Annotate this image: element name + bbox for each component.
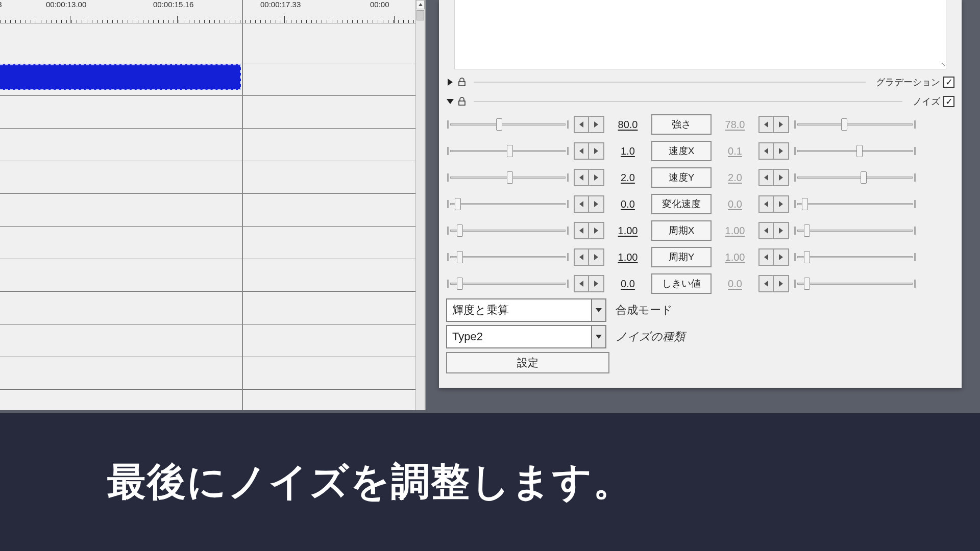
param-value-right[interactable]: 1.00 bbox=[715, 225, 755, 237]
section-enable-checkbox[interactable]: ✓ bbox=[943, 96, 954, 107]
param-value-right[interactable]: 0.0 bbox=[715, 278, 755, 290]
param-slider-right[interactable] bbox=[794, 117, 916, 132]
param-name-button[interactable]: しきい値 bbox=[651, 273, 712, 294]
param-value-left[interactable]: 1.00 bbox=[607, 252, 648, 263]
param-name-button[interactable]: 速度Y bbox=[651, 167, 712, 188]
increment-button[interactable] bbox=[589, 222, 604, 239]
decrement-button[interactable] bbox=[574, 248, 589, 266]
increment-button[interactable] bbox=[774, 222, 789, 239]
increment-button[interactable] bbox=[774, 275, 789, 292]
blend-mode-combobox[interactable]: 輝度と乗算 bbox=[446, 298, 606, 322]
increment-button[interactable] bbox=[774, 116, 789, 133]
param-value-left[interactable]: 80.0 bbox=[607, 119, 648, 131]
param-name-button[interactable]: 速度X bbox=[651, 141, 712, 161]
decrement-button[interactable] bbox=[574, 195, 589, 213]
timeline-vscrollbar[interactable] bbox=[415, 0, 425, 410]
timeline-track[interactable] bbox=[0, 23, 415, 63]
slider-thumb[interactable] bbox=[804, 278, 810, 290]
increment-button[interactable] bbox=[774, 248, 789, 266]
slider-thumb[interactable] bbox=[804, 251, 810, 263]
param-slider-right[interactable] bbox=[794, 196, 916, 212]
slider-thumb[interactable] bbox=[457, 278, 463, 290]
param-name-button[interactable]: 強さ bbox=[651, 114, 712, 135]
param-slider-left[interactable] bbox=[447, 170, 569, 185]
slider-thumb[interactable] bbox=[507, 171, 513, 184]
decrement-button[interactable] bbox=[758, 169, 774, 186]
param-value-right[interactable]: 0.1 bbox=[715, 145, 755, 157]
param-name-button[interactable]: 変化速度 bbox=[651, 194, 712, 214]
increment-button[interactable] bbox=[589, 275, 604, 292]
decrement-button[interactable] bbox=[758, 142, 774, 160]
decrement-button[interactable] bbox=[574, 222, 589, 239]
decrement-button[interactable] bbox=[574, 116, 589, 133]
timeline-track[interactable] bbox=[0, 324, 415, 357]
param-value-left[interactable]: 1.0 bbox=[607, 145, 648, 157]
increment-button[interactable] bbox=[774, 169, 789, 186]
param-value-right[interactable]: 2.0 bbox=[715, 172, 755, 184]
increment-button[interactable] bbox=[589, 248, 604, 266]
increment-button[interactable] bbox=[589, 142, 604, 160]
timeline-clip-selected[interactable] bbox=[0, 64, 241, 90]
increment-button[interactable] bbox=[589, 169, 604, 186]
decrement-button[interactable] bbox=[758, 116, 774, 133]
param-slider-left[interactable] bbox=[447, 196, 569, 212]
timeline-track[interactable] bbox=[0, 227, 415, 259]
timeline-track[interactable] bbox=[0, 96, 415, 129]
param-slider-right[interactable] bbox=[794, 276, 916, 291]
lock-icon[interactable] bbox=[457, 97, 467, 106]
lock-icon[interactable] bbox=[457, 78, 467, 87]
noise-type-combobox[interactable]: Type2 bbox=[446, 325, 606, 348]
param-value-left[interactable]: 0.0 bbox=[607, 278, 648, 290]
param-slider-left[interactable] bbox=[447, 143, 569, 159]
slider-thumb[interactable] bbox=[841, 118, 847, 131]
slider-thumb[interactable] bbox=[507, 145, 513, 157]
decrement-button[interactable] bbox=[574, 275, 589, 292]
decrement-button[interactable] bbox=[574, 142, 589, 160]
increment-button[interactable] bbox=[774, 195, 789, 213]
increment-button[interactable] bbox=[589, 195, 604, 213]
slider-thumb[interactable] bbox=[455, 198, 461, 210]
slider-thumb[interactable] bbox=[856, 145, 863, 157]
param-slider-right[interactable] bbox=[794, 170, 916, 185]
decrement-button[interactable] bbox=[758, 222, 774, 239]
section-header-gradation[interactable]: グラデーション ✓ bbox=[445, 72, 955, 92]
increment-button[interactable] bbox=[774, 142, 789, 160]
scroll-up-button[interactable] bbox=[416, 0, 425, 9]
decrement-button[interactable] bbox=[574, 169, 589, 186]
param-value-left[interactable]: 1.00 bbox=[607, 225, 648, 237]
increment-button[interactable] bbox=[589, 116, 604, 133]
param-slider-left[interactable] bbox=[447, 249, 569, 265]
slider-thumb[interactable] bbox=[457, 251, 463, 263]
param-value-right[interactable]: 0.0 bbox=[715, 198, 755, 210]
param-slider-left[interactable] bbox=[447, 276, 569, 291]
expand-icon[interactable]: ⤡ bbox=[941, 61, 946, 68]
slider-thumb[interactable] bbox=[457, 224, 463, 237]
param-slider-left[interactable] bbox=[447, 223, 569, 238]
slider-thumb[interactable] bbox=[496, 118, 502, 131]
expand-down-icon[interactable] bbox=[446, 97, 454, 106]
timeline-track[interactable] bbox=[0, 357, 415, 390]
timeline-track[interactable] bbox=[0, 259, 415, 292]
timeline-playhead[interactable] bbox=[242, 0, 243, 410]
timeline-track[interactable] bbox=[0, 292, 415, 324]
slider-thumb[interactable] bbox=[861, 171, 867, 184]
section-header-noise[interactable]: ノイズ ✓ bbox=[445, 92, 955, 111]
param-slider-right[interactable] bbox=[794, 249, 916, 265]
timeline-ruler[interactable]: :10.83 00:00:13.00 00:00:15.16 00:00:17.… bbox=[0, 0, 415, 23]
param-value-right[interactable]: 78.0 bbox=[715, 119, 755, 131]
param-value-left[interactable]: 0.0 bbox=[607, 198, 648, 210]
decrement-button[interactable] bbox=[758, 275, 774, 292]
chevron-down-icon[interactable] bbox=[591, 299, 605, 321]
settings-button[interactable]: 設定 bbox=[446, 352, 609, 373]
section-enable-checkbox[interactable]: ✓ bbox=[943, 77, 954, 88]
decrement-button[interactable] bbox=[758, 248, 774, 266]
param-value-left[interactable]: 2.0 bbox=[607, 172, 648, 184]
timeline-track[interactable] bbox=[0, 161, 415, 194]
param-slider-right[interactable] bbox=[794, 143, 916, 159]
param-name-button[interactable]: 周期X bbox=[651, 220, 712, 241]
param-slider-left[interactable] bbox=[447, 117, 569, 132]
scroll-thumb[interactable] bbox=[416, 10, 424, 20]
param-value-right[interactable]: 1.00 bbox=[715, 252, 755, 263]
timeline-track[interactable] bbox=[0, 129, 415, 161]
param-slider-right[interactable] bbox=[794, 223, 916, 238]
